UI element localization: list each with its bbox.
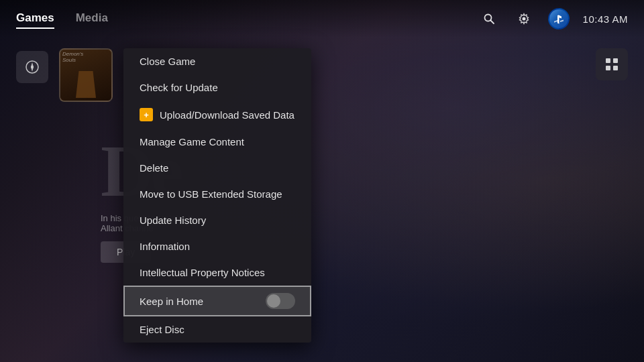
svg-rect-6 [606, 58, 610, 63]
menu-item-delete[interactable]: Delete [123, 155, 311, 181]
tab-media[interactable]: Media [76, 9, 108, 29]
game-thumbnail[interactable]: Demon's Souls Demon'sSouls [59, 48, 113, 102]
ps-logo[interactable] [548, 8, 570, 29]
clock: 10:43 AM [583, 13, 628, 25]
toggle-track[interactable] [266, 293, 295, 309]
ps-logo-svg [553, 13, 565, 25]
nav-tabs: Games Media [16, 9, 478, 29]
search-icon[interactable] [478, 8, 500, 29]
svg-rect-9 [613, 66, 618, 70]
menu-item-ip-notices[interactable]: Intellectual Property Notices [123, 259, 311, 286]
svg-point-5 [31, 66, 34, 68]
sidebar [16, 48, 48, 83]
content-area: Demon's Souls Demon'sSouls Close Game Ch… [0, 38, 644, 362]
context-menu: Close Game Check for Update + Upload/Dow… [123, 48, 311, 343]
settings-icon[interactable] [513, 8, 535, 29]
menu-item-update-history[interactable]: Update History [123, 207, 311, 233]
search-svg [482, 12, 496, 25]
grid-icon [604, 56, 620, 72]
toggle-knob [267, 294, 280, 308]
topbar-right: 10:43 AM [478, 8, 628, 29]
svg-rect-7 [613, 58, 618, 63]
menu-item-keep-home[interactable]: Keep in Home [123, 286, 311, 316]
tab-games[interactable]: Games [16, 9, 54, 29]
ps-logo-inner [549, 9, 568, 28]
right-actions [596, 48, 628, 80]
svg-rect-8 [606, 66, 610, 70]
menu-item-information[interactable]: Information [123, 233, 311, 259]
grid-view-button[interactable] [596, 48, 628, 80]
menu-item-eject-disc[interactable]: Eject Disc [123, 316, 311, 343]
keep-home-toggle[interactable] [266, 293, 295, 309]
svg-point-2 [522, 17, 525, 21]
menu-item-upload-download[interactable]: + Upload/Download Saved Data [123, 101, 311, 129]
menu-item-close[interactable]: Close Game [123, 48, 311, 74]
menu-item-manage-content[interactable]: Manage Game Content [123, 129, 311, 155]
menu-item-check-update[interactable]: Check for Update [123, 74, 311, 101]
gear-svg [517, 12, 531, 25]
compass-icon[interactable] [16, 51, 48, 83]
svg-line-1 [490, 21, 494, 24]
topbar: Games Media [0, 0, 644, 38]
menu-item-move-usb[interactable]: Move to USB Extended Storage [123, 181, 311, 207]
ps-plus-icon: + [140, 108, 153, 121]
